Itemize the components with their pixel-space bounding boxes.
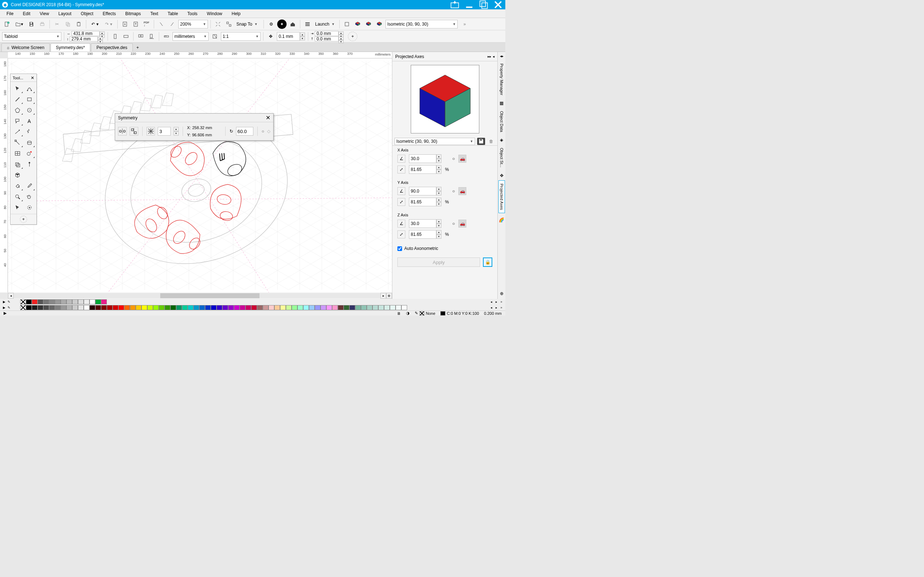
rail-arrow-icon[interactable]: ◂▸: [500, 54, 504, 58]
lock-button[interactable]: 🔒: [483, 258, 492, 267]
color-swatch[interactable]: [66, 305, 72, 310]
all-pages-button[interactable]: [136, 32, 145, 41]
color-swatch[interactable]: [268, 305, 274, 310]
color-swatch[interactable]: [205, 305, 211, 310]
color-swatch[interactable]: [72, 305, 78, 310]
color-swatch[interactable]: [43, 305, 49, 310]
create-symmetry-button[interactable]: [118, 127, 127, 135]
z-scale-input[interactable]: [409, 230, 436, 239]
launch-combo[interactable]: Launch▼: [313, 20, 337, 29]
rail-object-styles[interactable]: Object St...: [498, 145, 505, 171]
menu-table[interactable]: Table: [164, 10, 181, 17]
color-swatch[interactable]: [95, 305, 101, 310]
color-swatch[interactable]: [130, 305, 136, 310]
minimize-button[interactable]: [464, 1, 474, 9]
nudge-distance-input[interactable]: 0.1 mm▴▾: [277, 32, 300, 41]
color-swatch[interactable]: [384, 305, 390, 310]
edit-scale-button[interactable]: [210, 32, 220, 41]
document-palette[interactable]: ▶✎◂▸»: [0, 299, 505, 305]
delete-preset-button[interactable]: 🗑: [487, 138, 495, 145]
line-tool[interactable]: [12, 94, 23, 104]
color-swatch[interactable]: [89, 299, 95, 305]
color-swatch[interactable]: [26, 305, 32, 310]
color-swatch[interactable]: [113, 305, 118, 310]
cut-button[interactable]: ✂: [52, 19, 62, 29]
rectangle-tool[interactable]: [24, 94, 35, 104]
rail-property-manager[interactable]: Property Manager: [498, 60, 505, 98]
color-swatch[interactable]: [286, 305, 292, 310]
auto-axonometric-checkbox[interactable]: [397, 246, 402, 251]
app-launcher-button[interactable]: ✦: [277, 19, 287, 29]
print-button[interactable]: [37, 19, 47, 29]
color-swatch[interactable]: [95, 299, 101, 305]
default-palette[interactable]: ▶✎◂▸»: [0, 305, 505, 311]
rail-object-data[interactable]: Object Data: [498, 108, 505, 135]
freehand-pick-tool[interactable]: [24, 202, 35, 213]
front-plane-button[interactable]: [364, 19, 373, 29]
projected-tool[interactable]: [24, 137, 35, 148]
export-button[interactable]: [131, 19, 141, 29]
zoom-tool[interactable]: [12, 192, 23, 201]
ruler-horizontal[interactable]: millimeters14015016017018019020021022023…: [8, 52, 392, 58]
color-swatch[interactable]: [211, 305, 216, 310]
color-swatch[interactable]: [194, 305, 199, 310]
x-scale-input[interactable]: [409, 165, 436, 174]
color-swatch[interactable]: [26, 299, 32, 305]
color-swatch[interactable]: [84, 299, 89, 305]
page-width-input[interactable]: 431.8 mm▴▾: [71, 31, 100, 36]
color-swatch[interactable]: [344, 305, 349, 310]
effect-tool[interactable]: [24, 148, 35, 158]
color-swatch[interactable]: [61, 299, 66, 305]
eyedropper-tool[interactable]: [24, 181, 35, 191]
rail-styles-icon[interactable]: ◈: [500, 137, 503, 142]
symmetry-copies-input[interactable]: [158, 127, 171, 135]
color-swatch[interactable]: [315, 305, 320, 310]
open-button[interactable]: ▾: [13, 19, 25, 29]
callout-tool[interactable]: [12, 116, 23, 126]
color-swatch[interactable]: [176, 305, 182, 310]
table-tool[interactable]: [12, 148, 23, 158]
ellipse-tool[interactable]: [24, 105, 35, 115]
zoom-navigator-button[interactable]: ⊕: [386, 293, 392, 298]
color-swatch[interactable]: [101, 299, 107, 305]
color-swatch[interactable]: [153, 305, 159, 310]
close-button[interactable]: [493, 1, 503, 9]
status-fill-swatch[interactable]: [419, 311, 425, 316]
add-preset-button[interactable]: +: [348, 32, 357, 41]
color-swatch[interactable]: [263, 305, 268, 310]
new-button[interactable]: +: [2, 19, 11, 29]
rail-color-icon[interactable]: 🌈: [499, 218, 504, 222]
dimension-tool[interactable]: [12, 127, 23, 137]
color-swatch[interactable]: [246, 305, 251, 310]
duplicate-y-input[interactable]: 0.0 mm▴▾: [315, 36, 339, 42]
color-swatch[interactable]: [297, 305, 303, 310]
symmetry-close-icon[interactable]: ✕: [266, 114, 270, 121]
transparency-tool[interactable]: [12, 159, 23, 169]
color-swatch[interactable]: [188, 305, 194, 310]
save-button[interactable]: [27, 19, 36, 29]
color-swatch[interactable]: [84, 305, 89, 310]
projection-preset-combo[interactable]: Isometric (30, 90, 30)▼: [386, 20, 458, 29]
fullscreen-button[interactable]: [213, 19, 223, 29]
home-button[interactable]: [288, 19, 297, 29]
document-tab[interactable]: Symmetry.des*: [50, 43, 90, 52]
color-swatch[interactable]: [396, 305, 401, 310]
color-swatch[interactable]: [332, 305, 338, 310]
new-tab-button[interactable]: +: [134, 44, 142, 52]
palette-edit[interactable]: ✎: [6, 299, 11, 305]
pick2-tool[interactable]: [12, 202, 23, 213]
color-swatch[interactable]: [303, 305, 309, 310]
save-preset-button[interactable]: [477, 138, 485, 145]
color-swatch[interactable]: [320, 305, 326, 310]
collapse-docker-icon[interactable]: ▸▸: [488, 55, 491, 58]
rail-add-docker[interactable]: ⊕: [500, 291, 504, 296]
options-button[interactable]: ⚙: [267, 19, 276, 29]
apply-button[interactable]: Apply: [397, 258, 480, 267]
color-swatch[interactable]: [251, 305, 257, 310]
horizontal-scrollbar[interactable]: ◂ ▸ ⊕: [8, 292, 392, 299]
menu-edit[interactable]: Edit: [19, 10, 34, 17]
color-swatch[interactable]: [147, 305, 153, 310]
color-swatch[interactable]: [49, 299, 55, 305]
landscape-button[interactable]: [121, 32, 131, 41]
color-swatch[interactable]: [78, 305, 84, 310]
